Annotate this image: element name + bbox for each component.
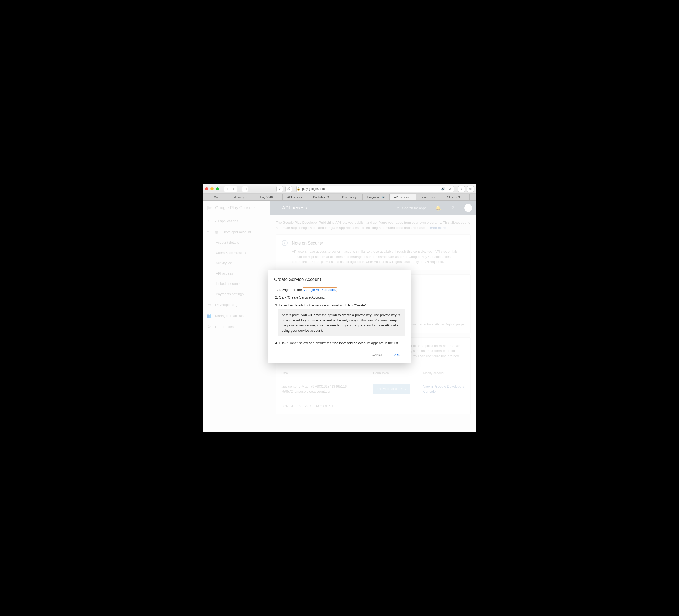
step-2: Click 'Create Service Account'. [279,294,405,301]
browser-tab[interactable]: Publish to G… [310,194,336,200]
forward-button[interactable]: › [230,186,237,192]
extension-button-1[interactable]: ◎ [276,186,283,192]
nav-buttons: ‹ › [224,186,237,192]
step-1: Navigate to the Google API Console. [279,286,405,294]
reload-icon[interactable]: ⟳ [449,187,451,191]
browser-window: ‹ › ◫ ◎ ⓘ 🔒 play.google.com 🔊 ⟳ ⇪ ⧉ Code… [202,184,477,432]
dialog-steps: Navigate to the Google API Console. Clic… [268,286,411,347]
google-api-console-link[interactable]: Google API Console. [303,287,337,292]
browser-tab[interactable]: Grammarly [336,194,363,200]
browser-tab[interactable]: Service acc… [416,194,443,200]
step-4: Click "Done" below and ensure that the n… [279,339,405,347]
back-button[interactable]: ‹ [224,186,230,192]
url-bar[interactable]: 🔒 play.google.com 🔊 ⟳ [296,186,454,192]
lock-icon: 🔒 [297,187,300,191]
extension-button-2[interactable]: ⓘ [285,186,292,192]
page-content: Google Play Console ← All applications ▼… [202,201,477,432]
zoom-window-button[interactable] [216,187,219,190]
dialog-actions: CANCEL DONE [268,347,411,359]
dialog-title: Create Service Account [268,277,411,286]
modal-scrim[interactable]: Create Service Account Navigate to the G… [202,201,477,432]
browser-tab[interactable]: delivery.ac… [229,194,256,200]
close-window-button[interactable] [205,187,208,190]
traffic-lights [205,187,219,190]
tab-bar: Codelivery.ac…Bug 59400:…API access…Publ… [202,194,477,201]
tabs-button[interactable]: ⧉ [467,186,474,192]
private-key-note: At this point, you will have the option … [278,309,405,336]
cancel-button[interactable]: CANCEL [371,353,386,357]
titlebar: ‹ › ◫ ◎ ⓘ 🔒 play.google.com 🔊 ⟳ ⇪ ⧉ [202,184,477,194]
new-tab-button[interactable]: + [470,194,477,200]
minimize-window-button[interactable] [211,187,214,190]
browser-tab[interactable]: API access… [390,194,416,200]
url-text: play.google.com [302,187,325,191]
audio-icon: 🔊 [441,187,445,191]
browser-tab[interactable]: API access… [283,194,309,200]
browser-tab[interactable]: Fragmen… 🔊 [363,194,389,200]
step-3: Fill in the details for the service acco… [279,301,405,339]
done-button[interactable]: DONE [393,353,403,357]
browser-tab[interactable]: Co [202,194,229,200]
create-service-account-dialog: Create Service Account Navigate to the G… [268,270,411,363]
browser-tab[interactable]: Stores · Sm… [443,194,470,200]
share-button[interactable]: ⇪ [458,186,465,192]
sidebar-toggle-button[interactable]: ◫ [241,186,248,192]
browser-tab[interactable]: Bug 59400:… [256,194,283,200]
